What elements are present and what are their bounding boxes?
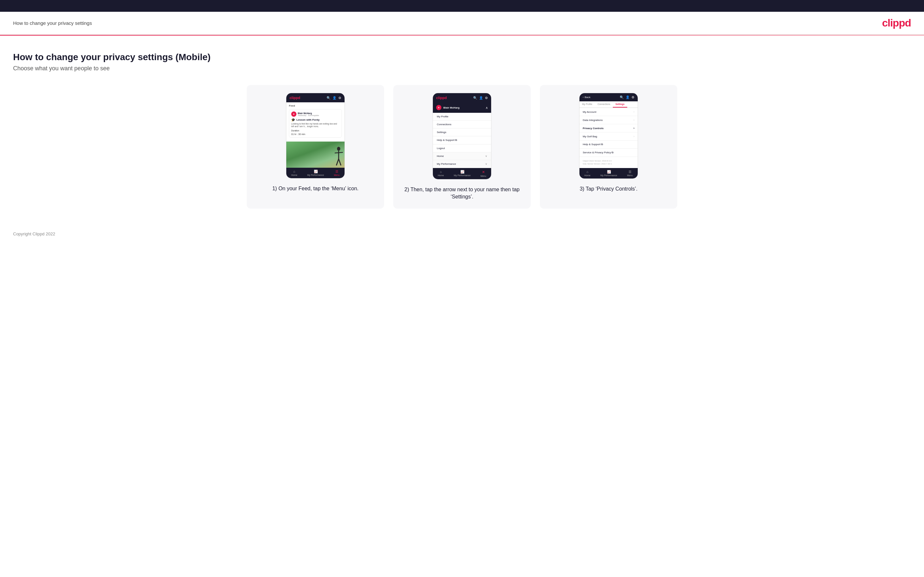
footer-performance-2: 📈 My Performance bbox=[454, 170, 470, 177]
feed-description: Looking to feel like my hands are exitin… bbox=[291, 122, 340, 128]
menu-panel: My Profile Connections Settings Help & S… bbox=[433, 113, 491, 168]
settings-item-dataintegrations[interactable]: Data Integrations › bbox=[580, 116, 638, 124]
settings-item-myaccount[interactable]: My Account › bbox=[580, 108, 638, 116]
menu-icon: ☰ bbox=[335, 170, 338, 173]
feed-duration: Duration bbox=[291, 129, 340, 132]
menu-item-help: Help & Support ⧉ bbox=[433, 136, 491, 145]
golf-image bbox=[286, 142, 344, 168]
feed-date: Yesterday · Sunningdale bbox=[298, 114, 319, 116]
lesson-icon: 🎓 bbox=[291, 118, 295, 122]
home-icon-3: ⌂ bbox=[586, 170, 588, 174]
footer-performance-label: My Performance bbox=[307, 174, 324, 176]
chevron-down-performance: ∨ bbox=[485, 163, 487, 165]
page-heading: How to change your privacy settings (Mob… bbox=[13, 52, 911, 63]
chevron-right-myaccount: › bbox=[633, 110, 635, 113]
tab-settings[interactable]: Settings bbox=[613, 102, 627, 108]
footer-home-label-2: Home bbox=[438, 174, 444, 177]
settings-item-privacycontrols-label: Privacy Controls bbox=[583, 127, 604, 130]
step-1-phone: clippd 🔍 👤 ⚙ Feed B bbox=[286, 93, 345, 179]
logo: clippd bbox=[882, 17, 911, 29]
phone-1-icons: 🔍 👤 ⚙ bbox=[326, 96, 341, 100]
tab-myprofile[interactable]: My Profile bbox=[580, 102, 595, 108]
tab-connections[interactable]: Connections bbox=[595, 102, 613, 108]
menu-item-help-label: Help & Support ⧉ bbox=[437, 139, 457, 142]
footer-home-label: Home bbox=[291, 174, 297, 176]
main-content: How to change your privacy settings (Mob… bbox=[0, 35, 924, 222]
header-title: How to change your privacy settings bbox=[13, 20, 92, 26]
footer-home-3: ⌂ Home bbox=[584, 170, 591, 177]
footer-performance-3: 📈 My Performance bbox=[600, 170, 617, 177]
feed-username: Blair McHarg bbox=[298, 112, 319, 114]
chevron-down-home: ∨ bbox=[485, 155, 487, 158]
footer-home-2: ⌂ Home bbox=[438, 170, 444, 177]
step-3-caption: 3) Tap ‘Privacy Controls’. bbox=[580, 185, 638, 193]
top-bar bbox=[0, 0, 924, 12]
menu-item-settings-label: Settings bbox=[437, 131, 446, 134]
footer-home-label-3: Home bbox=[584, 174, 591, 177]
svg-line-2 bbox=[335, 152, 343, 153]
settings-item-mygolfbag[interactable]: My Golf Bag › bbox=[580, 132, 638, 140]
svg-line-4 bbox=[339, 159, 341, 165]
feed-lesson-title: Lesson with Fordy bbox=[296, 118, 320, 121]
step-1-caption: 1) On your Feed, tap the ‘Menu’ icon. bbox=[272, 185, 359, 192]
footer-menu-2: ✕ Menu bbox=[480, 170, 486, 177]
footer-menu-label-3: Menu bbox=[627, 174, 633, 177]
chevron-right-dataintegrations: › bbox=[633, 118, 635, 122]
user-icon: 👤 bbox=[333, 96, 336, 100]
feed-content: Feed B Blair McHarg Yesterday · Sunningd… bbox=[286, 102, 344, 142]
menu-item-settings: Settings bbox=[433, 129, 491, 136]
page-subheading: Choose what you want people to see bbox=[13, 65, 911, 72]
menu-user-left: B Blair McHarg bbox=[436, 105, 459, 110]
settings-item-myaccount-label: My Account bbox=[583, 111, 596, 113]
menu-section-home-label: Home bbox=[437, 155, 444, 158]
settings-item-helpsupport-label: Help & Support ⧉ bbox=[583, 143, 603, 146]
settings-icon: ⚙ bbox=[338, 96, 341, 100]
feed-avatar: B bbox=[291, 111, 296, 117]
svg-line-3 bbox=[336, 159, 339, 165]
footer-menu-label: Menu bbox=[334, 174, 340, 176]
search-icon: 🔍 bbox=[326, 96, 331, 100]
close-icon: ✕ bbox=[482, 170, 485, 174]
phone-1-header: clippd 🔍 👤 ⚙ bbox=[286, 93, 344, 102]
menu-item-myprofile: My Profile bbox=[433, 113, 491, 121]
menu-section-performance-label: My Performance bbox=[437, 163, 456, 165]
menu-expand-icon: ∧ bbox=[486, 106, 488, 110]
settings-item-helpsupport[interactable]: Help & Support ⧉ bbox=[580, 140, 638, 149]
settings-icon-2: ⚙ bbox=[485, 96, 488, 100]
settings-version-text: Clippd Client Version: 2022.8.3-3GQL Ser… bbox=[580, 157, 638, 168]
copyright-text: Copyright Clippd 2022 bbox=[13, 232, 55, 236]
search-icon-3: 🔍 bbox=[620, 95, 624, 99]
menu-section-performance: My Performance ∨ bbox=[433, 160, 491, 168]
menu-item-myprofile-label: My Profile bbox=[437, 115, 449, 118]
phone-3-icons: 🔍 👤 ⚙ bbox=[620, 95, 635, 99]
step-3-card: ‹ Back 🔍 👤 ⚙ My Profile Connections Sett… bbox=[540, 85, 677, 209]
search-icon-2: 🔍 bbox=[473, 96, 477, 100]
feed-lesson-row: 🎓 Lesson with Fordy bbox=[291, 118, 340, 122]
footer-menu: ☰ Menu bbox=[334, 170, 340, 176]
menu-item-logout: Logout bbox=[433, 145, 491, 152]
settings-back-bar: ‹ Back 🔍 👤 ⚙ bbox=[580, 93, 638, 102]
feed-user-row: B Blair McHarg Yesterday · Sunningdale bbox=[291, 111, 340, 117]
settings-item-serviceprivacy[interactable]: Service & Privacy Policy ⧉ bbox=[580, 149, 638, 157]
back-chevron-icon: ‹ bbox=[583, 96, 584, 99]
phone-2-header: clippd 🔍 👤 ⚙ bbox=[433, 93, 491, 102]
home-icon: ⌂ bbox=[293, 170, 295, 173]
footer-performance-label-3: My Performance bbox=[600, 174, 617, 177]
settings-item-dataintegrations-label: Data Integrations bbox=[583, 119, 603, 122]
back-label: Back bbox=[585, 96, 591, 99]
phone-2-icons: 🔍 👤 ⚙ bbox=[473, 96, 488, 100]
user-icon-2: 👤 bbox=[479, 96, 483, 100]
settings-back-left: ‹ Back bbox=[583, 96, 590, 99]
phone-1-logo: clippd bbox=[289, 96, 300, 100]
menu-section-home: Home ∨ bbox=[433, 152, 491, 160]
settings-item-privacycontrols[interactable]: Privacy Controls › bbox=[580, 124, 638, 132]
performance-icon-3: 📈 bbox=[607, 170, 611, 174]
phone-2-footer: ⌂ Home 📈 My Performance ✕ Menu bbox=[433, 168, 491, 179]
step-2-phone: clippd 🔍 👤 ⚙ B Blair McHarg ∧ bbox=[433, 93, 491, 179]
phone-1-footer: ⌂ Home 📈 My Performance ☰ Menu bbox=[286, 168, 344, 178]
footer-menu-3: ☰ Menu bbox=[627, 170, 633, 177]
menu-item-logout-label: Logout bbox=[437, 147, 445, 150]
settings-item-mygolfbag-label: My Golf Bag bbox=[583, 135, 597, 138]
feed-time: 01 hr : 30 min bbox=[291, 133, 340, 135]
phone-2-body: B Blair McHarg ∧ My Profile Connections bbox=[433, 102, 491, 168]
